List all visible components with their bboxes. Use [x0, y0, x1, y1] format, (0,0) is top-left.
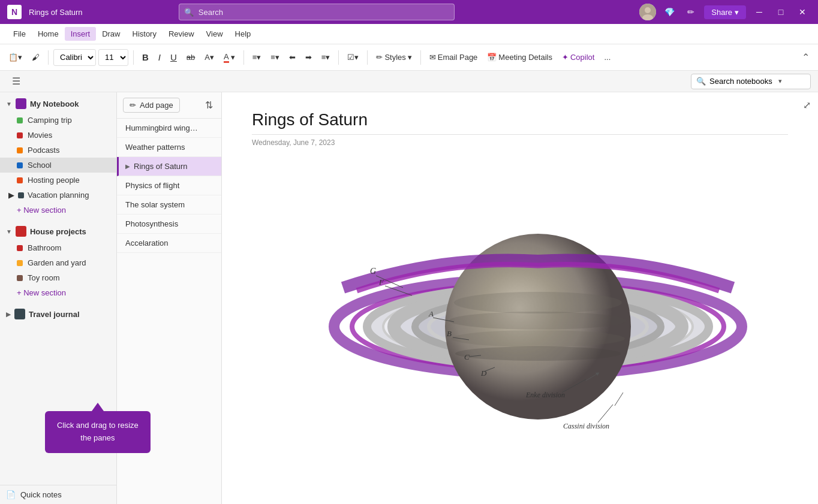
page-rings-chevron: ▶ [125, 163, 130, 170]
section-podcasts[interactable]: Podcasts [0, 143, 116, 158]
page-weather[interactable]: Weather patterns [117, 138, 221, 157]
vacation-arrow: ▶ [8, 191, 14, 200]
page-title: Rings of Saturn [252, 110, 788, 135]
styles-button[interactable]: ✏ Styles ▾ [372, 48, 415, 67]
my-notebook-label: My Notebook [30, 99, 79, 108]
clipboard-button[interactable]: 📋▾ [5, 48, 26, 67]
page-solar-system[interactable]: The solar system [117, 195, 221, 215]
house-projects-header[interactable]: ▼ House projects [0, 222, 116, 240]
underline-button[interactable]: U [167, 48, 181, 67]
maximize-button[interactable]: □ [772, 4, 789, 20]
sort-pages-button[interactable]: ⇅ [203, 97, 215, 113]
saturn-diagram: G F A B C D Enke division [252, 159, 788, 458]
section-hosting-people[interactable]: Hosting people [0, 173, 116, 188]
add-page-icon: ✏ [130, 101, 136, 110]
italic-button[interactable]: I [155, 48, 164, 67]
menu-file[interactable]: File [7, 27, 32, 41]
quick-notes-icon: 📄 [6, 490, 16, 499]
menu-draw[interactable]: Draw [96, 27, 126, 41]
format-painter-button[interactable]: 🖌 [28, 48, 43, 67]
meeting-details-button[interactable]: 📅 Meeting Details [483, 48, 556, 67]
strikethrough-button[interactable]: ab [183, 48, 199, 67]
separator-6 [420, 50, 421, 65]
increase-indent-button[interactable]: ➡ [302, 48, 315, 67]
numbering-button[interactable]: ≡▾ [267, 48, 283, 67]
minimize-button[interactable]: ─ [751, 4, 768, 20]
menu-home[interactable]: Home [32, 27, 65, 41]
font-name-select[interactable]: Calibri [53, 49, 96, 66]
pages-header: ✏ Add page ⇅ [117, 92, 221, 119]
highlight-button[interactable]: A▾ [201, 48, 218, 67]
svg-line-32 [615, 393, 623, 406]
bullets-button[interactable]: ≡▾ [249, 48, 265, 67]
window-title: Rings of Saturn [29, 8, 83, 17]
separator-4 [338, 50, 339, 65]
close-button[interactable]: ✕ [794, 4, 811, 20]
saturn-svg: G F A B C D Enke division [286, 171, 754, 446]
menu-view[interactable]: View [200, 27, 229, 41]
svg-point-11 [454, 292, 622, 313]
page-date: Wednesday, June 7, 2023 [252, 138, 788, 147]
quick-notes-button[interactable]: 📄 Quick notes [0, 485, 116, 504]
section-bathroom[interactable]: Bathroom [0, 240, 116, 255]
menu-review[interactable]: Review [163, 27, 200, 41]
page-photosynthesis[interactable]: Photosynthesis [117, 215, 221, 234]
more-button[interactable]: ... [600, 48, 614, 67]
bold-button[interactable]: B [139, 48, 152, 67]
svg-text:B: B [447, 329, 452, 338]
secondary-bar: ☰ 🔍 Search notebooks ▾ [0, 71, 818, 92]
hamburger-button[interactable]: ☰ [7, 73, 25, 89]
menu-bar: File Home Insert Draw History Review Vie… [0, 24, 818, 44]
share-button[interactable]: Share ▾ [704, 5, 746, 19]
decrease-indent-button[interactable]: ⬅ [285, 48, 299, 67]
section-garden[interactable]: Garden and yard [0, 255, 116, 270]
bathroom-label: Bathroom [28, 243, 61, 252]
menu-insert[interactable]: Insert [65, 27, 97, 41]
page-acceleration[interactable]: Accelaration [117, 234, 221, 253]
section-camping-trip[interactable]: Camping trip [0, 113, 116, 128]
school-dot [17, 162, 23, 168]
separator-3 [243, 50, 244, 65]
search-dropdown-button[interactable]: ▾ [776, 77, 784, 85]
section-movies[interactable]: Movies [0, 128, 116, 143]
new-section-house-projects[interactable]: + New section [0, 285, 116, 300]
podcasts-label: Podcasts [28, 146, 59, 155]
menu-history[interactable]: History [127, 27, 163, 41]
content-area: ⤢ Rings of Saturn Wednesday, June 7, 202… [222, 92, 818, 504]
svg-text:C: C [464, 352, 470, 361]
checkbox-button[interactable]: ☑▾ [344, 48, 362, 67]
menu-help[interactable]: Help [229, 27, 257, 41]
my-notebook-header[interactable]: ▼ My Notebook [0, 95, 116, 113]
section-toy-room[interactable]: Toy room [0, 270, 116, 285]
collapse-toolbar-button[interactable]: ⌃ [798, 50, 813, 65]
copilot-button[interactable]: ✦ Copilot [558, 48, 598, 67]
section-vacation-planning[interactable]: ▶ Vacation planning [0, 188, 116, 203]
house-projects-label: House projects [30, 227, 86, 236]
svg-point-14 [455, 346, 621, 361]
tooltip-text: Click and drag to resize the panes [45, 411, 151, 453]
new-section-my-notebook[interactable]: + New section [0, 203, 116, 218]
travel-journal-header[interactable]: ▶ Travel journal [0, 305, 116, 323]
title-search-box[interactable]: 🔍 Search [179, 4, 455, 20]
vacation-label: Vacation planning [28, 191, 89, 200]
page-rings-of-saturn[interactable]: ▶ Rings of Saturn [117, 157, 221, 176]
page-hummingbird[interactable]: Hummingbird wing… [117, 119, 221, 138]
align-button[interactable]: ≡▾ [318, 48, 334, 67]
font-size-select[interactable]: 11 [98, 49, 128, 66]
page-physics[interactable]: Physics of flight [117, 176, 221, 195]
section-school[interactable]: School [0, 158, 116, 173]
movies-label: Movies [28, 131, 52, 140]
notebook-search-box[interactable]: 🔍 Search notebooks ▾ [691, 74, 811, 89]
notebook-search-icon: 🔍 [696, 77, 706, 86]
email-page-button[interactable]: ✉ Email Page [426, 48, 481, 67]
premium-icon[interactable]: 💎 [661, 4, 678, 20]
separator-2 [133, 50, 134, 65]
search-icon: 🔍 [184, 8, 194, 17]
font-color-button[interactable]: A▾ [220, 48, 239, 67]
expand-page-button[interactable]: ⤢ [803, 99, 811, 111]
avatar[interactable] [639, 4, 656, 20]
add-page-button[interactable]: ✏ Add page [123, 98, 180, 113]
pen-icon[interactable]: ✏ [682, 4, 699, 20]
toy-room-dot [17, 275, 23, 281]
house-projects-icon [16, 226, 26, 237]
